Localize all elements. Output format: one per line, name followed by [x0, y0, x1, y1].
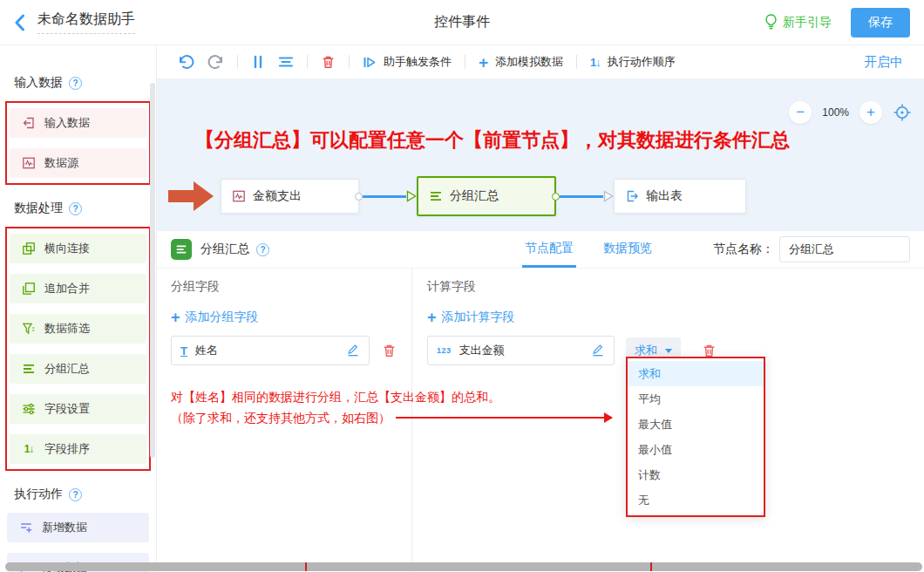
sidebar-item-fieldset[interactable]: 字段设置	[10, 394, 146, 424]
flow-node-amount-expense[interactable]: 金额支出	[221, 179, 359, 214]
sidebar-item-groupby[interactable]: 分组汇总	[10, 354, 146, 384]
sidebar-item-input-data[interactable]: 输入数据	[10, 108, 146, 138]
field-name: 支出金额	[459, 343, 583, 358]
help-icon[interactable]: ?	[69, 202, 82, 215]
config-header: 分组汇总 ? 节点配置 数据预览 节点名称：	[157, 231, 924, 269]
flow-row: 金额支出 分组汇总	[168, 176, 746, 216]
sidebar-item-hjoin[interactable]: 横向连接	[10, 234, 146, 263]
connector-port[interactable]	[552, 193, 560, 201]
sidebar-item-label: 字段排序	[44, 441, 90, 457]
distribute-horizontal-icon[interactable]	[251, 55, 265, 69]
dropdown-option-none[interactable]: 无	[628, 487, 764, 513]
edit-field-button[interactable]	[591, 344, 605, 358]
status-toggle[interactable]: 开启中	[864, 54, 903, 71]
toolbar-divider	[237, 55, 238, 69]
node-name-input[interactable]	[779, 236, 910, 262]
append-merge-icon	[22, 282, 36, 296]
group-field-item[interactable]: T 姓名	[171, 336, 370, 365]
delete-group-field-button[interactable]	[382, 344, 397, 358]
annotation-tick	[305, 562, 307, 571]
add-calc-field-button[interactable]: + 添加计算字段	[427, 310, 717, 325]
sidebar-item-label: 字段设置	[44, 401, 90, 417]
sidebar-item-add-data[interactable]: 新增数据	[7, 513, 149, 542]
align-horizontal-icon[interactable]	[278, 55, 294, 69]
number-type-icon: 123	[437, 346, 452, 355]
dropdown-option-count[interactable]: 计数	[628, 462, 764, 487]
trigger-condition-button[interactable]: 助手触发条件	[363, 54, 452, 70]
edit-field-button[interactable]	[346, 344, 360, 358]
node-config-panel: 分组汇总 ? 节点配置 数据预览 节点名称： 分组字段	[157, 231, 924, 572]
plus-icon: +	[171, 310, 180, 325]
sidebar-item-label: 横向连接	[44, 241, 90, 256]
save-button[interactable]: 保存	[851, 8, 910, 37]
connector-line	[363, 195, 406, 198]
group-summary-icon	[429, 189, 443, 203]
dropdown-option-max[interactable]: 最大值	[628, 412, 764, 437]
chevron-left-icon	[14, 14, 25, 31]
sidebar-item-append[interactable]: 追加合并	[10, 274, 146, 303]
help-icon[interactable]: ?	[69, 77, 82, 90]
sidebar-item-label: 输入数据	[44, 115, 90, 131]
filter-icon	[22, 322, 36, 336]
sidebar-item-label: 分组汇总	[44, 361, 90, 377]
field-settings-icon	[22, 402, 36, 416]
aggregation-dropdown-menu: 求和 平均 最大值 最小值 计数 无	[626, 357, 765, 517]
text-type-icon: T	[180, 344, 187, 358]
sidebar-item-datasource[interactable]: 数据源	[10, 148, 146, 178]
zoom-in-button[interactable]: +	[859, 101, 882, 124]
dropdown-option-avg[interactable]: 平均	[628, 386, 764, 412]
flow-node-group-summary[interactable]: 分组汇总	[417, 176, 556, 216]
plus-icon: +	[479, 54, 488, 71]
calc-fields-label: 计算字段	[427, 279, 717, 295]
beginner-guide-link[interactable]: 新手引导	[764, 14, 832, 31]
tab-data-preview[interactable]: 数据预览	[601, 231, 655, 268]
delete-calc-field-button[interactable]	[702, 344, 717, 358]
app-window: 未命名数据助手 控件事件 新手引导 保存 输入数据 ? 输入数据	[0, 0, 924, 572]
redo-button[interactable]	[207, 55, 224, 70]
sidebar-section-process: 数据处理 ?	[0, 201, 156, 216]
node-label: 金额支出	[253, 188, 302, 204]
toolbar-divider	[307, 55, 308, 69]
zoom-out-button[interactable]: −	[789, 101, 812, 124]
toolbar-divider	[349, 55, 350, 69]
add-group-field-button[interactable]: + 添加分组字段	[171, 310, 397, 325]
action-order-button[interactable]: 1↓ 执行动作顺序	[590, 54, 676, 70]
sidebar-item-label: 新增数据	[42, 520, 87, 535]
locate-center-button[interactable]	[893, 103, 912, 122]
connector-arrowhead-icon	[406, 190, 417, 202]
horizontal-join-icon	[22, 242, 36, 255]
node-label: 分组汇总	[450, 188, 499, 204]
group-summary-icon	[171, 239, 192, 260]
flow-node-output-table[interactable]: 输出表	[614, 179, 746, 214]
annotation-arrow	[396, 417, 612, 419]
horizontal-scrollbar[interactable]	[5, 562, 922, 571]
add-mock-data-button[interactable]: + 添加模拟数据	[479, 54, 563, 71]
sidebar-scrollbar[interactable]	[150, 83, 155, 458]
help-icon[interactable]: ?	[69, 488, 82, 501]
config-tabs: 节点配置 数据预览	[522, 231, 655, 268]
calc-field-item[interactable]: 123 支出金额	[427, 336, 615, 365]
annotation-arrow-icon	[168, 179, 214, 214]
tab-node-config[interactable]: 节点配置	[522, 231, 576, 268]
flow-canvas[interactable]: − 100% + 【分组汇总】可以配置任意一个【前置节点】，对其数据进行条件汇总…	[157, 78, 924, 231]
zoom-level: 100%	[822, 106, 849, 119]
dropdown-option-sum[interactable]: 求和	[628, 361, 764, 386]
back-button[interactable]	[14, 14, 25, 31]
dropdown-option-min[interactable]: 最小值	[628, 437, 764, 462]
add-data-icon	[19, 521, 33, 535]
toolbar-divider	[576, 55, 577, 69]
sidebar-item-fieldsort[interactable]: 1↓ 字段排序	[10, 434, 146, 464]
app-title[interactable]: 未命名数据助手	[37, 10, 135, 34]
connector-port[interactable]	[355, 193, 363, 201]
delete-node-button[interactable]	[321, 55, 336, 70]
toolbar-divider	[465, 55, 465, 69]
chevron-down-icon	[665, 349, 672, 353]
sidebar-item-filter[interactable]: 数据筛选	[10, 314, 146, 344]
plus-icon: +	[427, 310, 437, 325]
play-bar-icon	[363, 56, 377, 69]
undo-button[interactable]	[178, 55, 194, 70]
field-name: 姓名	[195, 343, 338, 358]
group-fields-label: 分组字段	[171, 279, 397, 295]
help-icon[interactable]: ?	[256, 243, 269, 256]
group-fields-column: 分组字段 + 添加分组字段 T 姓名	[171, 269, 397, 365]
